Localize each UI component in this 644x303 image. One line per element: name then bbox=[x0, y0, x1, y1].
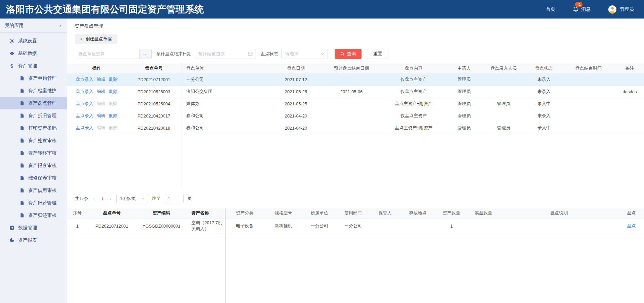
sidebar-item-maintenance-audit[interactable]: 维修保养审核 bbox=[0, 172, 67, 184]
sidebar-item-label: 资产盘点管理 bbox=[28, 100, 56, 106]
jump-page-input[interactable] bbox=[165, 194, 184, 203]
table-cell: 仅盘点主资产 bbox=[380, 86, 447, 98]
sidebar-item-system-settings[interactable]: 系统设置 bbox=[0, 35, 67, 47]
sidebar-item-basic-data[interactable]: 基础数据 bbox=[0, 47, 67, 60]
row-actions: 盘点录入编辑删除 bbox=[67, 122, 126, 134]
column-header: 操作 bbox=[67, 63, 126, 73]
search-button[interactable]: 查询 bbox=[335, 49, 362, 59]
expected-end-date-label: 预计盘点结束日期 bbox=[156, 51, 191, 57]
inventory-entry-link[interactable]: 盘点录入 bbox=[76, 113, 93, 118]
sidebar-item-asset-inventory[interactable]: 资产盘点管理 bbox=[0, 97, 67, 109]
inventory-entry-link[interactable]: 盘点录入 bbox=[76, 77, 93, 82]
column-header: 保管人 bbox=[370, 208, 400, 218]
sidebar-item-print-barcode[interactable]: 打印资产条码 bbox=[0, 122, 67, 134]
table-cell: YGSGDZ00000001 bbox=[136, 218, 187, 234]
inventory-entry-link[interactable]: 盘点录入 bbox=[76, 89, 93, 94]
sidebar-item-asset-archive[interactable]: 资产档案维护 bbox=[0, 85, 67, 97]
sidebar-item-asset-return-audit[interactable]: 资产归还审核 bbox=[0, 209, 67, 222]
sidebar-item-data-management[interactable]: 数据管理 bbox=[0, 222, 67, 234]
unit-more-button[interactable]: ··· bbox=[139, 49, 152, 59]
delete-link[interactable]: 删除 bbox=[109, 89, 118, 94]
table-row: 1PD20210712001YGSGDZ00000001空调（2017.7机关调… bbox=[67, 218, 644, 234]
page-size-select[interactable]: 10 条/页 bbox=[116, 194, 148, 203]
table-cell: 仅盘点主资产 bbox=[380, 110, 447, 122]
table-cell: 春和公司 bbox=[182, 122, 269, 134]
unit-select-input[interactable] bbox=[75, 49, 139, 59]
table-cell bbox=[615, 73, 644, 86]
table-cell: PD20210712001 bbox=[87, 218, 136, 234]
collapse-sidebar-icon[interactable]: ‹ bbox=[59, 23, 61, 29]
sidebar-item-label: 基础数据 bbox=[18, 50, 37, 57]
unit-select-group: ··· bbox=[75, 49, 152, 59]
column-header: 申请人 bbox=[447, 63, 481, 73]
delete-link[interactable]: 删除 bbox=[109, 77, 118, 82]
table-cell: 空调（2017.7机关调入） bbox=[187, 218, 225, 234]
column-header: 盘点单位 bbox=[182, 63, 269, 73]
column-header: 所属单位 bbox=[303, 208, 336, 218]
table-cell: 2021-07-12 bbox=[269, 73, 323, 86]
sidebar: 我的应用 ‹ 系统设置基础数据$资产管理资产申购管理资产档案维护资产盘点管理资产… bbox=[0, 19, 67, 303]
table-cell: 仅盘点主资产 bbox=[380, 73, 447, 86]
next-page-button[interactable]: › bbox=[109, 196, 112, 202]
table-cell bbox=[562, 98, 615, 110]
pagination: 共 5 条 ‹ 1 › 10 条/页 跳至 页 bbox=[67, 188, 644, 208]
sidebar-item-asset-disposal[interactable]: 资产处置审核 bbox=[0, 134, 67, 147]
file-icon bbox=[19, 101, 25, 106]
inventory-entry-link[interactable]: 盘点录入 bbox=[76, 125, 93, 130]
sidebar-item-label: 资产管理 bbox=[18, 63, 37, 69]
sidebar-item-asset-transfer[interactable]: 资产转移审核 bbox=[0, 147, 67, 159]
edit-link[interactable]: 编辑 bbox=[97, 89, 106, 94]
expected-end-date-input[interactable] bbox=[195, 49, 256, 59]
page-number-1[interactable]: 1 bbox=[100, 196, 104, 201]
check-link[interactable]: 盘点 bbox=[627, 223, 636, 228]
sidebar-item-asset-scrap[interactable]: 资产报废审核 bbox=[0, 159, 67, 172]
edit-link[interactable]: 编辑 bbox=[97, 77, 106, 82]
page-unit-label: 页 bbox=[188, 196, 192, 202]
jump-label: 跳至 bbox=[152, 196, 161, 202]
file-icon bbox=[19, 76, 25, 81]
sidebar-item-asset-purchase[interactable]: 资产申购管理 bbox=[0, 72, 67, 85]
fixed-column-divider bbox=[225, 208, 226, 303]
sidebar-item-asset-borrow[interactable]: 资产借用审核 bbox=[0, 184, 67, 197]
table-cell: 新科挂机 bbox=[264, 218, 303, 234]
file-icon bbox=[19, 163, 25, 168]
sidebar-menu: 系统设置基础数据$资产管理资产申购管理资产档案维护资产盘点管理资产折旧管理打印资… bbox=[0, 33, 67, 246]
table-cell: 管理员 bbox=[447, 86, 481, 98]
delete-link: 删除 bbox=[109, 125, 118, 130]
sidebar-item-label: 资产档案维护 bbox=[28, 88, 56, 94]
table-cell: 1 bbox=[435, 218, 467, 234]
delete-link[interactable]: 删除 bbox=[109, 113, 118, 118]
file-icon bbox=[19, 126, 25, 131]
status-select[interactable]: 请选择 bbox=[281, 49, 328, 59]
table-cell: 管理员 bbox=[447, 122, 481, 134]
sidebar-item-asset-management[interactable]: $资产管理 bbox=[0, 60, 67, 72]
messages-label: 消息 bbox=[581, 6, 591, 12]
reset-button[interactable]: 重置 bbox=[367, 49, 388, 59]
sidebar-item-asset-reports[interactable]: 资产报表 bbox=[0, 234, 67, 246]
sidebar-item-asset-depreciation[interactable]: 资产折旧管理 bbox=[0, 109, 67, 122]
table-cell bbox=[481, 86, 526, 98]
messages-menu[interactable]: 41 消息 bbox=[573, 6, 591, 12]
prev-page-button[interactable]: ‹ bbox=[92, 196, 96, 202]
table-cell: 春和公司 bbox=[182, 110, 269, 122]
user-menu[interactable]: 管理员 bbox=[608, 5, 634, 14]
inventory-entry-link[interactable]: 盘点录入 bbox=[76, 101, 93, 106]
table-cell: PD20210712001 bbox=[126, 73, 182, 86]
user-name: 管理员 bbox=[620, 6, 634, 12]
table-cell: PD20210525004 bbox=[126, 98, 182, 110]
search-icon bbox=[340, 52, 345, 56]
nav-home-link[interactable]: 首页 bbox=[546, 6, 555, 12]
date-input-wrap bbox=[195, 49, 256, 59]
table-cell: 管理员 bbox=[447, 110, 481, 122]
table-cell: 录入中 bbox=[526, 98, 562, 110]
sidebar-header: 我的应用 ‹ bbox=[0, 19, 67, 33]
create-inventory-button[interactable]: + 创建盘点单据 bbox=[75, 34, 117, 44]
delete-link: 删除 bbox=[109, 101, 118, 106]
sidebar-item-label: 资产报废审核 bbox=[28, 163, 56, 169]
sidebar-item-asset-return-mgmt[interactable]: 资产归还管理 bbox=[0, 197, 67, 209]
edit-link[interactable]: 编辑 bbox=[97, 113, 106, 118]
table-cell: 盘点主资产+附资产 bbox=[380, 98, 447, 110]
row-actions: 盘点 bbox=[619, 218, 644, 234]
file-icon bbox=[19, 138, 25, 143]
column-header: 实盘数量 bbox=[467, 208, 499, 218]
